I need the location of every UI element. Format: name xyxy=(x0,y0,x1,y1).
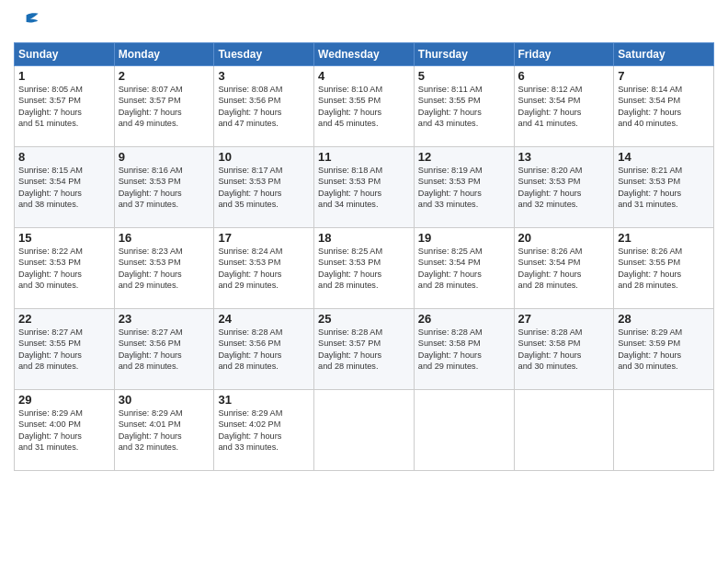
calendar-cell: 9Sunrise: 8:16 AMSunset: 3:53 PMDaylight… xyxy=(114,147,214,228)
calendar-cell xyxy=(414,390,514,471)
cell-content: Sunrise: 8:27 AMSunset: 3:56 PMDaylight:… xyxy=(119,327,210,373)
cell-content: Sunrise: 8:07 AMSunset: 3:57 PMDaylight:… xyxy=(119,84,210,130)
cell-content: Sunrise: 8:25 AMSunset: 3:54 PMDaylight:… xyxy=(418,246,510,292)
cell-content: Sunrise: 8:18 AMSunset: 3:53 PMDaylight:… xyxy=(318,165,410,211)
cell-content: Sunrise: 8:23 AMSunset: 3:53 PMDaylight:… xyxy=(119,246,210,292)
day-number: 6 xyxy=(518,69,610,83)
header-monday: Monday xyxy=(114,43,214,66)
calendar-cell: 3Sunrise: 8:08 AMSunset: 3:56 PMDaylight… xyxy=(214,66,314,147)
week-row-1: 1Sunrise: 8:05 AMSunset: 3:57 PMDaylight… xyxy=(15,66,714,147)
calendar-cell: 30Sunrise: 8:29 AMSunset: 4:01 PMDayligh… xyxy=(114,390,214,471)
calendar-cell: 16Sunrise: 8:23 AMSunset: 3:53 PMDayligh… xyxy=(114,228,214,309)
day-number: 27 xyxy=(518,312,610,326)
calendar-header: SundayMondayTuesdayWednesdayThursdayFrid… xyxy=(15,43,714,66)
day-number: 19 xyxy=(418,231,510,245)
logo xyxy=(14,9,43,35)
calendar-cell: 12Sunrise: 8:19 AMSunset: 3:53 PMDayligh… xyxy=(414,147,514,228)
general-blue-logo-icon xyxy=(14,9,40,35)
cell-content: Sunrise: 8:17 AMSunset: 3:53 PMDaylight:… xyxy=(218,165,310,211)
calendar-cell: 4Sunrise: 8:10 AMSunset: 3:55 PMDaylight… xyxy=(314,66,415,147)
calendar-cell: 8Sunrise: 8:15 AMSunset: 3:54 PMDaylight… xyxy=(15,147,115,228)
calendar-cell: 31Sunrise: 8:29 AMSunset: 4:02 PMDayligh… xyxy=(214,390,314,471)
cell-content: Sunrise: 8:28 AMSunset: 3:57 PMDaylight:… xyxy=(318,327,410,373)
day-number: 24 xyxy=(218,312,310,326)
calendar-cell: 11Sunrise: 8:18 AMSunset: 3:53 PMDayligh… xyxy=(314,147,415,228)
calendar-cell: 14Sunrise: 8:21 AMSunset: 3:53 PMDayligh… xyxy=(614,147,714,228)
calendar-cell: 21Sunrise: 8:26 AMSunset: 3:55 PMDayligh… xyxy=(614,228,714,309)
cell-content: Sunrise: 8:26 AMSunset: 3:54 PMDaylight:… xyxy=(518,246,610,292)
calendar-cell: 27Sunrise: 8:28 AMSunset: 3:58 PMDayligh… xyxy=(514,309,614,390)
calendar-cell: 13Sunrise: 8:20 AMSunset: 3:53 PMDayligh… xyxy=(514,147,614,228)
cell-content: Sunrise: 8:25 AMSunset: 3:53 PMDaylight:… xyxy=(318,246,410,292)
week-row-5: 29Sunrise: 8:29 AMSunset: 4:00 PMDayligh… xyxy=(15,390,714,471)
calendar-cell: 2Sunrise: 8:07 AMSunset: 3:57 PMDaylight… xyxy=(114,66,214,147)
day-number: 18 xyxy=(318,231,410,245)
day-number: 13 xyxy=(518,150,610,164)
header-friday: Friday xyxy=(514,43,614,66)
page: SundayMondayTuesdayWednesdayThursdayFrid… xyxy=(0,0,728,563)
cell-content: Sunrise: 8:14 AMSunset: 3:54 PMDaylight:… xyxy=(618,84,710,130)
header-thursday: Thursday xyxy=(414,43,514,66)
header-tuesday: Tuesday xyxy=(214,43,314,66)
day-number: 21 xyxy=(618,231,710,245)
calendar-cell xyxy=(514,390,614,471)
calendar-cell: 6Sunrise: 8:12 AMSunset: 3:54 PMDaylight… xyxy=(514,66,614,147)
calendar-cell: 28Sunrise: 8:29 AMSunset: 3:59 PMDayligh… xyxy=(614,309,714,390)
cell-content: Sunrise: 8:29 AMSunset: 4:01 PMDaylight:… xyxy=(119,408,210,454)
week-row-2: 8Sunrise: 8:15 AMSunset: 3:54 PMDaylight… xyxy=(15,147,714,228)
calendar-cell: 19Sunrise: 8:25 AMSunset: 3:54 PMDayligh… xyxy=(414,228,514,309)
cell-content: Sunrise: 8:28 AMSunset: 3:56 PMDaylight:… xyxy=(218,327,310,373)
cell-content: Sunrise: 8:12 AMSunset: 3:54 PMDaylight:… xyxy=(518,84,610,130)
day-number: 23 xyxy=(119,312,210,326)
day-number: 5 xyxy=(418,69,510,83)
calendar-cell: 23Sunrise: 8:27 AMSunset: 3:56 PMDayligh… xyxy=(114,309,214,390)
calendar-cell: 22Sunrise: 8:27 AMSunset: 3:55 PMDayligh… xyxy=(15,309,115,390)
day-number: 16 xyxy=(119,231,210,245)
cell-content: Sunrise: 8:15 AMSunset: 3:54 PMDaylight:… xyxy=(18,165,110,211)
cell-content: Sunrise: 8:28 AMSunset: 3:58 PMDaylight:… xyxy=(418,327,510,373)
day-number: 26 xyxy=(418,312,510,326)
day-number: 20 xyxy=(518,231,610,245)
cell-content: Sunrise: 8:29 AMSunset: 4:02 PMDaylight:… xyxy=(218,408,310,454)
cell-content: Sunrise: 8:22 AMSunset: 3:53 PMDaylight:… xyxy=(18,246,110,292)
cell-content: Sunrise: 8:16 AMSunset: 3:53 PMDaylight:… xyxy=(119,165,210,211)
header-wednesday: Wednesday xyxy=(314,43,415,66)
calendar-table: SundayMondayTuesdayWednesdayThursdayFrid… xyxy=(14,42,714,471)
day-number: 1 xyxy=(18,69,110,83)
calendar-cell: 29Sunrise: 8:29 AMSunset: 4:00 PMDayligh… xyxy=(15,390,115,471)
header-sunday: Sunday xyxy=(15,43,115,66)
cell-content: Sunrise: 8:29 AMSunset: 4:00 PMDaylight:… xyxy=(18,408,110,454)
cell-content: Sunrise: 8:26 AMSunset: 3:55 PMDaylight:… xyxy=(618,246,710,292)
day-number: 14 xyxy=(618,150,710,164)
day-number: 7 xyxy=(618,69,710,83)
calendar-cell: 1Sunrise: 8:05 AMSunset: 3:57 PMDaylight… xyxy=(15,66,115,147)
cell-content: Sunrise: 8:08 AMSunset: 3:56 PMDaylight:… xyxy=(218,84,310,130)
day-number: 4 xyxy=(318,69,410,83)
cell-content: Sunrise: 8:10 AMSunset: 3:55 PMDaylight:… xyxy=(318,84,410,130)
calendar-cell xyxy=(614,390,714,471)
calendar-cell: 15Sunrise: 8:22 AMSunset: 3:53 PMDayligh… xyxy=(15,228,115,309)
calendar-cell: 17Sunrise: 8:24 AMSunset: 3:53 PMDayligh… xyxy=(214,228,314,309)
cell-content: Sunrise: 8:20 AMSunset: 3:53 PMDaylight:… xyxy=(518,165,610,211)
day-number: 17 xyxy=(218,231,310,245)
calendar-cell: 18Sunrise: 8:25 AMSunset: 3:53 PMDayligh… xyxy=(314,228,415,309)
day-number: 28 xyxy=(618,312,710,326)
day-number: 9 xyxy=(119,150,210,164)
calendar-cell: 25Sunrise: 8:28 AMSunset: 3:57 PMDayligh… xyxy=(314,309,415,390)
cell-content: Sunrise: 8:27 AMSunset: 3:55 PMDaylight:… xyxy=(18,327,110,373)
day-number: 15 xyxy=(18,231,110,245)
calendar-cell: 20Sunrise: 8:26 AMSunset: 3:54 PMDayligh… xyxy=(514,228,614,309)
cell-content: Sunrise: 8:28 AMSunset: 3:58 PMDaylight:… xyxy=(518,327,610,373)
week-row-3: 15Sunrise: 8:22 AMSunset: 3:53 PMDayligh… xyxy=(15,228,714,309)
day-number: 8 xyxy=(18,150,110,164)
day-number: 29 xyxy=(18,393,110,407)
day-number: 3 xyxy=(218,69,310,83)
day-number: 22 xyxy=(18,312,110,326)
week-row-4: 22Sunrise: 8:27 AMSunset: 3:55 PMDayligh… xyxy=(15,309,714,390)
calendar-cell: 5Sunrise: 8:11 AMSunset: 3:55 PMDaylight… xyxy=(414,66,514,147)
calendar-body: 1Sunrise: 8:05 AMSunset: 3:57 PMDaylight… xyxy=(15,66,714,471)
cell-content: Sunrise: 8:11 AMSunset: 3:55 PMDaylight:… xyxy=(418,84,510,130)
day-number: 10 xyxy=(218,150,310,164)
day-number: 12 xyxy=(418,150,510,164)
cell-content: Sunrise: 8:29 AMSunset: 3:59 PMDaylight:… xyxy=(618,327,710,373)
